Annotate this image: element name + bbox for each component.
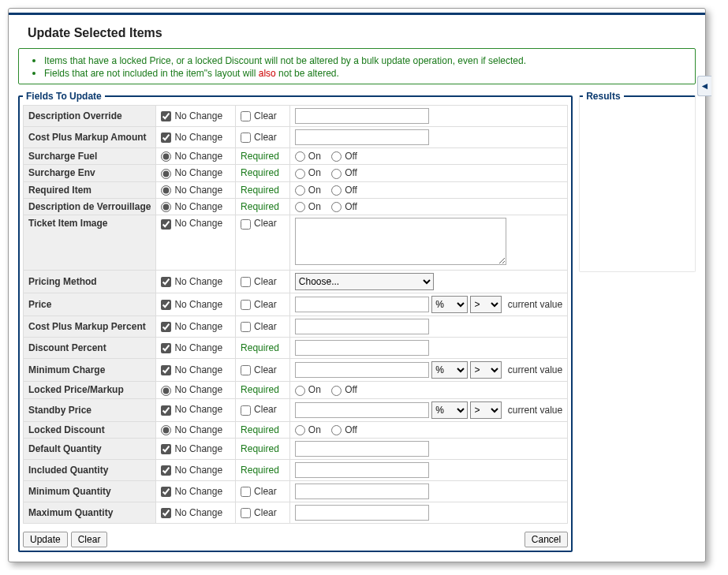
update-button[interactable]: Update (23, 532, 68, 547)
select-minimum-charge-unit[interactable]: % (431, 361, 468, 379)
input-included-quantity[interactable] (295, 462, 429, 478)
input-minimum-quantity[interactable] (295, 484, 429, 499)
input-minimum-charge[interactable] (295, 362, 429, 378)
nochange-checkbox-cost-plus-markup-percent[interactable] (161, 322, 171, 332)
on-locked-discount[interactable]: On (295, 424, 321, 435)
clear-checkbox-maximum-quantity[interactable] (241, 508, 251, 518)
textarea-ticket-item-image[interactable] (295, 218, 506, 265)
cancel-button[interactable]: Cancel (525, 532, 568, 547)
nochange-checkbox-standby-price[interactable] (161, 405, 171, 416)
nochange-ticket-item-image[interactable]: No Change (161, 218, 222, 229)
select-standby-price-op[interactable]: > (470, 401, 502, 419)
nochange-pricing-method[interactable]: No Change (161, 276, 222, 287)
on-radio-locked-discount[interactable] (295, 425, 305, 435)
nochange-checkbox-ticket-item-image[interactable] (161, 219, 171, 230)
input-cost-plus-markup-percent[interactable] (295, 319, 429, 334)
nochange-checkbox-maximum-quantity[interactable] (161, 508, 171, 518)
off-radio-required-item[interactable] (331, 185, 342, 196)
clear-checkbox-description-override[interactable] (241, 111, 251, 121)
clear-checkbox-minimum-charge[interactable] (241, 365, 251, 375)
input-cost-plus-markup-amount[interactable] (295, 129, 429, 145)
nochange-radio-required-item[interactable] (161, 185, 171, 196)
off-surcharge-env[interactable]: Off (331, 167, 357, 178)
input-maximum-quantity[interactable] (295, 505, 429, 521)
nochange-radio-locked-price-markup[interactable] (161, 386, 171, 396)
nochange-surcharge-fuel[interactable]: No Change (161, 151, 222, 162)
on-radio-locked-price-markup[interactable] (295, 386, 305, 396)
on-surcharge-env[interactable]: On (295, 167, 321, 178)
nochange-radio-surcharge-fuel[interactable] (161, 151, 171, 162)
nochange-maximum-quantity[interactable]: No Change (161, 507, 222, 518)
select-price-op[interactable]: > (470, 296, 502, 313)
nochange-description-override[interactable]: No Change (161, 110, 222, 121)
select-price-unit[interactable]: % (431, 296, 468, 313)
input-description-override[interactable] (295, 108, 429, 124)
clear-checkbox-pricing-method[interactable] (241, 277, 251, 287)
clear-checkbox-ticket-item-image[interactable] (241, 219, 251, 230)
nochange-checkbox-cost-plus-markup-amount[interactable] (161, 133, 171, 143)
input-discount-percent[interactable] (295, 340, 429, 356)
clear-checkbox-cost-plus-markup-amount[interactable] (241, 133, 251, 143)
select-minimum-charge-op[interactable]: > (470, 361, 502, 379)
clear-cost-plus-markup-percent[interactable]: Clear (241, 321, 277, 332)
clear-minimum-charge[interactable]: Clear (241, 364, 277, 375)
off-required-item[interactable]: Off (331, 185, 357, 196)
clear-checkbox-minimum-quantity[interactable] (241, 487, 251, 497)
off-surcharge-fuel[interactable]: Off (331, 151, 357, 162)
nochange-locked-discount[interactable]: No Change (161, 424, 222, 435)
clear-checkbox-price[interactable] (241, 300, 251, 310)
nochange-surcharge-env[interactable]: No Change (161, 167, 222, 178)
off-radio-locked-discount[interactable] (331, 425, 342, 435)
clear-cost-plus-markup-amount[interactable]: Clear (241, 132, 277, 143)
clear-ticket-item-image[interactable]: Clear (241, 218, 277, 229)
nochange-price[interactable]: No Change (161, 299, 222, 310)
nochange-minimum-quantity[interactable]: No Change (161, 486, 222, 497)
nochange-minimum-charge[interactable]: No Change (161, 364, 222, 375)
collapse-results-tab[interactable]: ◄ (697, 76, 711, 96)
clear-standby-price[interactable]: Clear (241, 404, 277, 415)
off-locked-price-markup[interactable]: Off (331, 384, 357, 395)
off-radio-surcharge-env[interactable] (331, 169, 342, 179)
nochange-checkbox-minimum-charge[interactable] (161, 365, 171, 375)
nochange-checkbox-pricing-method[interactable] (161, 277, 171, 287)
nochange-description-de-verrouillage[interactable]: No Change (161, 201, 222, 212)
on-locked-price-markup[interactable]: On (295, 384, 321, 395)
on-radio-required-item[interactable] (295, 185, 305, 196)
off-description-de-verrouillage[interactable]: Off (331, 201, 357, 212)
nochange-checkbox-discount-percent[interactable] (161, 343, 171, 353)
select-standby-price-unit[interactable]: % (431, 401, 468, 419)
clear-maximum-quantity[interactable]: Clear (241, 507, 277, 518)
nochange-checkbox-minimum-quantity[interactable] (161, 487, 171, 497)
clear-pricing-method[interactable]: Clear (241, 276, 277, 287)
nochange-checkbox-price[interactable] (161, 300, 171, 310)
input-standby-price[interactable] (295, 402, 429, 418)
on-radio-description-de-verrouillage[interactable] (295, 202, 305, 212)
nochange-default-quantity[interactable]: No Change (161, 443, 222, 454)
input-default-quantity[interactable] (295, 441, 429, 457)
clear-checkbox-cost-plus-markup-percent[interactable] (241, 322, 251, 332)
clear-description-override[interactable]: Clear (241, 110, 277, 121)
input-price[interactable] (295, 297, 429, 312)
clear-minimum-quantity[interactable]: Clear (241, 486, 277, 497)
nochange-radio-locked-discount[interactable] (161, 425, 171, 435)
select-pricing-method[interactable]: Choose... (295, 273, 434, 290)
on-surcharge-fuel[interactable]: On (295, 151, 321, 162)
on-required-item[interactable]: On (295, 185, 321, 196)
off-radio-surcharge-fuel[interactable] (331, 151, 342, 162)
clear-price[interactable]: Clear (241, 299, 277, 310)
on-radio-surcharge-env[interactable] (295, 169, 305, 179)
nochange-checkbox-included-quantity[interactable] (161, 465, 171, 476)
on-radio-surcharge-fuel[interactable] (295, 151, 305, 162)
off-radio-locked-price-markup[interactable] (331, 386, 342, 396)
clear-button[interactable]: Clear (71, 532, 108, 547)
nochange-checkbox-default-quantity[interactable] (161, 444, 171, 454)
clear-checkbox-standby-price[interactable] (241, 405, 251, 416)
nochange-locked-price-markup[interactable]: No Change (161, 384, 222, 395)
nochange-included-quantity[interactable]: No Change (161, 465, 222, 476)
nochange-cost-plus-markup-amount[interactable]: No Change (161, 132, 222, 143)
nochange-standby-price[interactable]: No Change (161, 404, 222, 415)
nochange-cost-plus-markup-percent[interactable]: No Change (161, 321, 222, 332)
nochange-radio-description-de-verrouillage[interactable] (161, 202, 171, 212)
nochange-radio-surcharge-env[interactable] (161, 169, 171, 179)
off-locked-discount[interactable]: Off (331, 424, 357, 435)
